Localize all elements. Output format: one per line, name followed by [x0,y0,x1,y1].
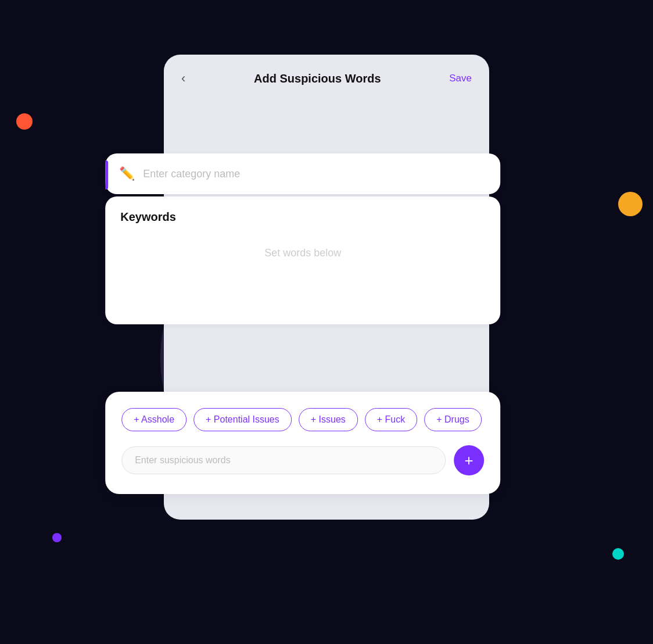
back-card-header: ‹ Add Suspicious Words Save [164,55,489,86]
chip-label: + Asshole [134,414,174,425]
chip-label: + Potential Issues [206,414,279,425]
decorative-dot-orange [16,113,33,130]
keywords-placeholder: Set words below [120,247,485,259]
page-title: Add Suspicious Words [254,72,381,85]
add-word-button[interactable]: + [454,445,484,475]
chip-potential-issues[interactable]: + Potential Issues [193,408,292,431]
suspicious-words-input[interactable] [121,446,446,474]
decorative-dot-teal [612,548,624,560]
decorative-dot-yellow [618,192,643,216]
input-row: + [121,445,484,475]
chip-issues[interactable]: + Issues [299,408,358,431]
bottom-section: + Asshole + Potential Issues + Issues + … [105,392,500,494]
keywords-title: Keywords [120,210,485,224]
chip-drugs[interactable]: + Drugs [424,408,481,431]
chip-asshole[interactable]: + Asshole [121,408,186,431]
keywords-card: Keywords Set words below [105,196,500,324]
chip-fuck[interactable]: + Fuck [365,408,417,431]
category-card: ✏️ [105,153,500,194]
decorative-dot-purple [52,533,62,542]
chips-container: + Asshole + Potential Issues + Issues + … [121,408,484,431]
back-button[interactable]: ‹ [181,71,185,86]
category-name-input[interactable] [143,168,486,180]
category-card-wrapper: ✏️ [105,153,500,196]
accent-bar [105,160,108,189]
chip-label: + Fuck [377,414,405,425]
front-card: ✏️ Keywords Set words below [105,153,500,324]
chip-label: + Issues [311,414,346,425]
chip-label: + Drugs [436,414,469,425]
edit-icon: ✏️ [119,166,135,181]
phone-container: ‹ Add Suspicious Words Save ✏️ Keywords … [146,55,507,589]
save-button[interactable]: Save [449,73,472,84]
